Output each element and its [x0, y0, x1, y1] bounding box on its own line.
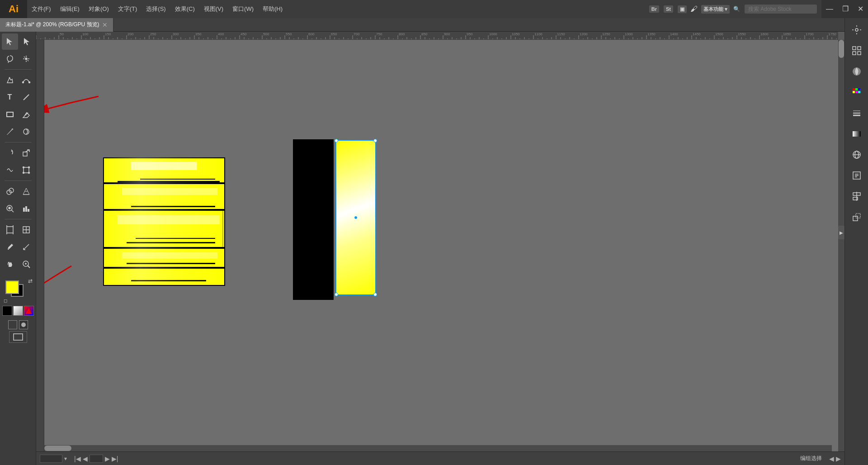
handle-bottom-left[interactable] — [335, 293, 338, 296]
menu-file[interactable]: 文件(F) — [27, 0, 56, 18]
zoom-dropdown-icon[interactable]: ▾ — [64, 456, 67, 462]
slice-tool[interactable] — [18, 222, 34, 238]
pattern-swatch[interactable] — [24, 306, 34, 316]
canvas-area[interactable] — [44, 40, 838, 451]
zoom-input[interactable]: 200% — [40, 455, 62, 463]
default-colors-icon[interactable]: ◻ — [4, 298, 7, 303]
close-button[interactable]: ✕ — [853, 0, 868, 18]
next-page-btn[interactable]: ▶ — [105, 455, 110, 462]
svg-text:1150: 1150 — [557, 32, 565, 36]
menu-window[interactable]: 窗口(W) — [228, 0, 258, 18]
right-yellow-rectangle[interactable] — [336, 140, 376, 295]
scrollbar-thumb[interactable] — [839, 40, 844, 58]
properties-panel-btn[interactable] — [847, 20, 867, 40]
align-panel-btn[interactable] — [847, 186, 867, 206]
gradient-swatch[interactable] — [13, 306, 23, 316]
transparency-panel-btn[interactable] — [847, 145, 867, 165]
zoom-tool[interactable] — [18, 256, 34, 272]
svg-line-32 — [11, 210, 14, 212]
screen-mode-icon[interactable] — [9, 331, 27, 343]
menu-select[interactable]: 选择(S) — [142, 0, 170, 18]
fill-swatch[interactable] — [5, 280, 19, 294]
normal-mode-icon[interactable] — [8, 320, 17, 329]
restore-button[interactable]: ❐ — [838, 0, 853, 18]
menu-view[interactable]: 视图(V) — [199, 0, 228, 18]
ruler-top-svg: // tick marks rendered inline 5010015020… — [36, 32, 838, 40]
search-stock-input[interactable] — [745, 5, 817, 14]
minimize-button[interactable]: — — [821, 0, 838, 18]
prev-page-btn[interactable]: ◀ — [83, 455, 88, 462]
text-tool[interactable]: T — [2, 89, 18, 105]
handle-bottom-right[interactable] — [373, 293, 377, 296]
scroll-right-btn[interactable]: ▶ — [836, 455, 841, 462]
svg-point-23 — [28, 167, 29, 168]
tab-close-button[interactable]: ✕ — [102, 21, 108, 28]
curvature-tool[interactable] — [18, 72, 34, 88]
pencil-tool[interactable] — [2, 123, 18, 140]
line-tool[interactable] — [18, 89, 34, 105]
right-panel — [844, 18, 868, 465]
left-toolbar: T — [0, 32, 36, 465]
svg-rect-60 — [855, 88, 858, 90]
paint-btn[interactable]: 🖌 — [690, 5, 698, 13]
column-chart-tool[interactable] — [18, 200, 34, 217]
eraser-tool[interactable] — [18, 106, 34, 123]
gradient-panel-btn[interactable] — [847, 124, 867, 144]
stock-btn[interactable]: St — [664, 5, 673, 13]
last-page-btn[interactable]: ▶| — [112, 455, 118, 462]
vertical-scrollbar[interactable] — [838, 40, 844, 451]
menu-edit[interactable]: 编辑(E) — [56, 0, 84, 18]
appearance-panel-btn[interactable] — [847, 166, 867, 185]
mask-mode-icon[interactable] — [19, 320, 28, 329]
eyedropper-tool[interactable] — [2, 239, 18, 255]
svg-rect-59 — [853, 88, 855, 90]
svg-rect-61 — [858, 88, 860, 90]
artboard-tool[interactable] — [2, 222, 18, 238]
symbol-tool[interactable] — [2, 200, 18, 217]
workspace-switcher[interactable]: 基本功能 ▾ — [701, 5, 730, 14]
free-transform-tool[interactable] — [18, 162, 34, 178]
handle-center[interactable] — [354, 216, 357, 219]
perspective-tool[interactable] — [18, 183, 34, 199]
scroll-left-btn[interactable]: ◀ — [829, 455, 834, 462]
libraries-panel-btn[interactable] — [847, 41, 867, 61]
color-panel-btn[interactable] — [847, 62, 867, 81]
lasso-tool[interactable] — [2, 51, 18, 67]
stroke-panel-btn[interactable] — [847, 103, 867, 123]
svg-point-22 — [23, 167, 24, 168]
arrange-btn[interactable]: ▣ — [678, 5, 687, 13]
menu-text[interactable]: 文字(T) — [113, 0, 142, 18]
page-input[interactable]: 1 — [90, 455, 103, 463]
none-fill-swatch[interactable] — [2, 306, 12, 316]
swatches-panel-btn[interactable] — [847, 82, 867, 102]
blob-brush-tool[interactable] — [18, 123, 34, 140]
rotate-tool[interactable] — [2, 145, 18, 161]
left-artwork — [103, 157, 225, 284]
horizontal-scrollbar[interactable] — [44, 445, 832, 451]
transform-panel-btn[interactable] — [847, 207, 867, 227]
menu-help[interactable]: 帮助(H) — [258, 0, 287, 18]
measure-tool[interactable] — [18, 239, 34, 255]
first-page-btn[interactable]: |◀ — [74, 455, 81, 462]
warp-tool[interactable] — [2, 162, 18, 178]
zoom-control: 200% ▾ — [40, 455, 67, 463]
document-tab[interactable]: 未标题-1.ai* @ 200% (RGB/GPU 预览) ✕ — [0, 18, 113, 32]
magic-wand-tool[interactable] — [18, 51, 34, 67]
bridge-btn[interactable]: Br — [649, 5, 659, 13]
panel-collapse-tab[interactable]: ▶ — [838, 226, 844, 239]
scale-tool[interactable] — [18, 145, 34, 161]
direct-selection-tool[interactable] — [18, 33, 34, 50]
svg-line-7 — [28, 60, 28, 61]
rectangle-tool[interactable] — [2, 106, 18, 123]
menu-effect[interactable]: 效果(C) — [170, 0, 199, 18]
swap-colors-icon[interactable]: ⇄ — [28, 278, 33, 284]
h-scrollbar-thumb[interactable] — [44, 446, 71, 451]
shape-builder-tool[interactable] — [2, 183, 18, 199]
menu-object[interactable]: 对象(O) — [84, 0, 113, 18]
selection-tool[interactable] — [2, 33, 18, 50]
handle-top-left[interactable] — [335, 139, 338, 142]
svg-text:1750: 1750 — [828, 32, 836, 36]
pen-tool[interactable] — [2, 72, 18, 88]
hand-tool[interactable] — [2, 256, 18, 272]
handle-top-right[interactable] — [373, 139, 377, 142]
